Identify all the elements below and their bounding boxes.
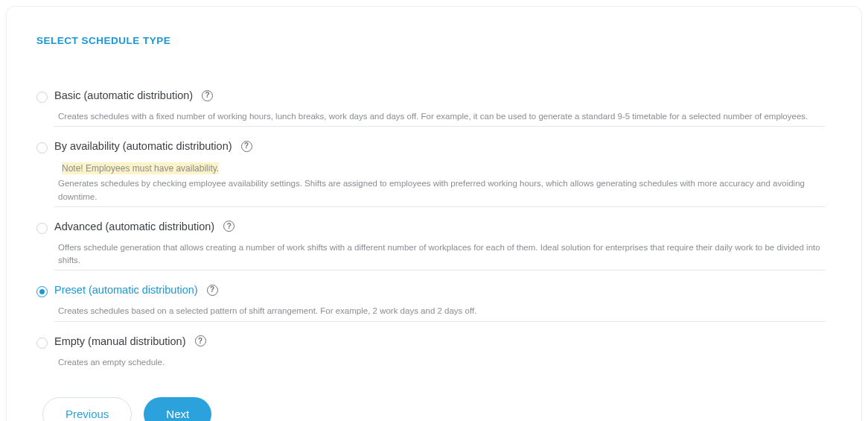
page-title: SELECT SCHEDULE TYPE (36, 35, 826, 46)
option-note: Note! Employees must have availability. (62, 162, 219, 174)
help-icon[interactable]: ? (195, 335, 206, 346)
option-label[interactable]: Advanced (automatic distribution) (54, 221, 214, 232)
wizard-actions: Previous Next (42, 397, 826, 421)
option-basic: Basic (automatic distribution) ? Creates… (36, 89, 826, 127)
next-button[interactable]: Next (144, 397, 211, 421)
option-label[interactable]: By availability (automatic distribution) (54, 140, 232, 152)
option-description: Creates an empty schedule. (58, 356, 826, 369)
radio-by-availability[interactable] (36, 142, 48, 153)
schedule-type-card: SELECT SCHEDULE TYPE Basic (automatic di… (6, 6, 862, 421)
option-empty: Empty (manual distribution) ? Creates an… (36, 335, 826, 372)
radio-empty[interactable] (36, 338, 48, 349)
option-label[interactable]: Preset (automatic distribution) (54, 284, 198, 296)
radio-preset[interactable] (36, 286, 48, 297)
previous-button[interactable]: Previous (42, 397, 132, 421)
option-label[interactable]: Empty (manual distribution) (54, 335, 186, 347)
radio-basic[interactable] (36, 92, 48, 103)
option-label[interactable]: Basic (automatic distribution) (54, 89, 193, 101)
help-icon[interactable]: ? (223, 221, 234, 232)
help-icon[interactable]: ? (202, 90, 213, 101)
option-description: Creates schedules based on a selected pa… (58, 305, 826, 317)
option-by-availability: By availability (automatic distribution)… (36, 140, 826, 207)
option-preset: Preset (automatic distribution) ? Create… (36, 284, 826, 321)
radio-advanced[interactable] (36, 223, 48, 234)
help-icon[interactable]: ? (207, 285, 218, 296)
option-description: Generates schedules by checking employee… (58, 177, 826, 203)
help-icon[interactable]: ? (241, 141, 252, 152)
option-description: Creates schedules with a fixed number of… (58, 110, 826, 123)
schedule-type-options: Basic (automatic distribution) ? Creates… (36, 89, 826, 372)
option-advanced: Advanced (automatic distribution) ? Offe… (36, 221, 826, 271)
option-description: Offers schedule generation that allows c… (58, 241, 826, 268)
